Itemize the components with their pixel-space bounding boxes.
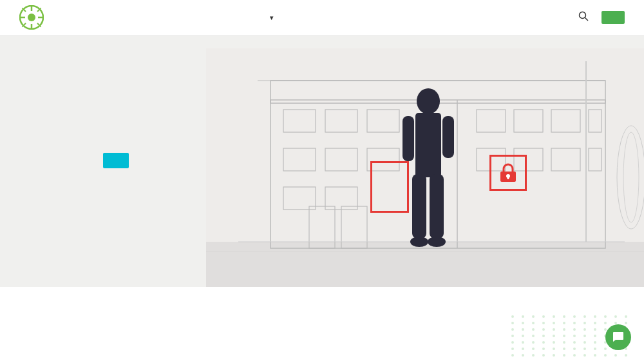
svg-point-49 bbox=[428, 237, 446, 247]
svg-rect-46 bbox=[412, 174, 426, 239]
bottom-section: // Generate dots const dotContainer = do… bbox=[0, 287, 644, 363]
nav-right bbox=[576, 8, 625, 26]
search-button[interactable] bbox=[576, 8, 591, 26]
hero-content bbox=[103, 68, 129, 168]
search-icon bbox=[578, 11, 589, 21]
svg-point-48 bbox=[410, 237, 428, 247]
svg-rect-45 bbox=[442, 116, 454, 158]
hero-title bbox=[103, 74, 129, 133]
logo[interactable] bbox=[19, 5, 48, 30]
nav-item-solutions[interactable]: ▾ bbox=[267, 14, 274, 21]
chat-bubble-button[interactable] bbox=[605, 324, 631, 350]
svg-point-10 bbox=[580, 12, 586, 19]
chevron-down-icon: ▾ bbox=[270, 14, 274, 21]
svg-line-11 bbox=[585, 18, 589, 21]
svg-rect-43 bbox=[415, 113, 441, 177]
logo-icon bbox=[19, 5, 44, 30]
lock-icon bbox=[498, 162, 518, 183]
svg-rect-52 bbox=[507, 176, 509, 179]
svg-rect-44 bbox=[402, 116, 414, 161]
chat-icon bbox=[612, 331, 625, 344]
request-demo-button[interactable] bbox=[601, 11, 625, 24]
svg-rect-47 bbox=[430, 174, 444, 239]
lock-alert-box bbox=[489, 155, 527, 191]
hero-section bbox=[0, 35, 644, 287]
navbar: ▾ bbox=[0, 0, 644, 35]
nav-links: ▾ bbox=[267, 14, 356, 21]
person-silhouette bbox=[399, 87, 457, 268]
svg-point-1 bbox=[28, 14, 35, 21]
white-paper-button[interactable] bbox=[103, 153, 129, 168]
svg-point-42 bbox=[417, 88, 440, 114]
